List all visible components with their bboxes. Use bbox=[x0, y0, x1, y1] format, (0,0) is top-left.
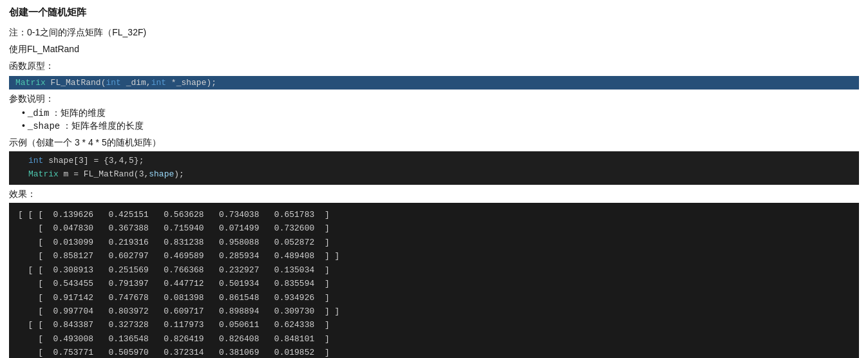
params-section: 参数说明： _dim ：矩阵的维度 _shape ：矩阵各维度的长度 bbox=[9, 93, 859, 132]
note-line-1: 注：0-1之间的浮点矩阵（FL_32F) bbox=[9, 25, 859, 41]
result-label: 效果： bbox=[9, 189, 859, 200]
code-rest2b: ); bbox=[174, 169, 184, 179]
code-rest1: shape[3] = {3,4,5}; bbox=[43, 156, 144, 165]
note-line-2: 使用FL_MatRand bbox=[9, 42, 859, 57]
page-container: 创建一个随机矩阵 注：0-1之间的浮点矩阵（FL_32F) 使用FL_MatRa… bbox=[0, 0, 868, 358]
matrix-kw: Matrix bbox=[28, 169, 59, 179]
note-line-3: 函数原型： bbox=[9, 59, 859, 74]
result-row-4: [ [ 0.308913 0.251569 0.766368 0.232927 … bbox=[18, 263, 850, 277]
param-list: _dim ：矩阵的维度 _shape ：矩阵各维度的长度 bbox=[9, 108, 859, 132]
function-signature: Matrix FL_MatRand(int _dim,int *_shape); bbox=[9, 76, 859, 90]
result-row-2: [ 0.013099 0.219316 0.831238 0.958088 0.… bbox=[18, 236, 850, 249]
params-title: 参数说明： bbox=[9, 93, 859, 105]
result-row-8: [ [ 0.843387 0.327328 0.117973 0.050611 … bbox=[18, 318, 850, 332]
example-header: 示例（创建一个 3 * 4 * 5的随机矩阵） bbox=[9, 137, 859, 149]
int-kw1: int bbox=[28, 156, 43, 165]
param-shape-name: _shape bbox=[28, 121, 60, 131]
result-row-3: [ 0.858127 0.602797 0.469589 0.285934 0.… bbox=[18, 249, 850, 263]
code-line-1: int shape[3] = {3,4,5}; bbox=[28, 155, 840, 168]
notes-section: 注：0-1之间的浮点矩阵（FL_32F) 使用FL_MatRand 函数原型： bbox=[9, 25, 859, 73]
sig-shape: *_shape); bbox=[166, 78, 216, 88]
param-dim-desc: ：矩阵的维度 bbox=[52, 108, 106, 118]
param-dim: _dim ：矩阵的维度 bbox=[22, 108, 859, 119]
code-example: int shape[3] = {3,4,5}; Matrix m = FL_Ma… bbox=[9, 151, 859, 185]
param-dim-name: _dim bbox=[28, 108, 50, 118]
code-rest2a: m = FL_MatRand(3, bbox=[59, 169, 149, 179]
shape-param: shape bbox=[149, 169, 174, 179]
result-block: [ [ [ 0.139626 0.425151 0.563628 0.73403… bbox=[9, 203, 859, 358]
sig-space: FL_MatRand( bbox=[46, 78, 106, 88]
page-title: 创建一个随机矩阵 bbox=[9, 6, 859, 19]
code-line-2: Matrix m = FL_MatRand(3,shape); bbox=[28, 168, 840, 182]
result-row-6: [ 0.917142 0.747678 0.081398 0.861548 0.… bbox=[18, 291, 850, 305]
param-shape-desc: ：矩阵各维度的长度 bbox=[62, 120, 144, 131]
sig-int1: int bbox=[106, 78, 120, 88]
param-shape: _shape ：矩阵各维度的长度 bbox=[22, 120, 859, 132]
result-row-1: [ 0.047830 0.367388 0.715940 0.071499 0.… bbox=[18, 221, 850, 235]
result-row-5: [ 0.543455 0.791397 0.447712 0.501934 0.… bbox=[18, 277, 850, 290]
sig-int2: int bbox=[151, 78, 166, 88]
result-row-0: [ [ [ 0.139626 0.425151 0.563628 0.73403… bbox=[18, 208, 850, 221]
result-row-7: [ 0.997704 0.803972 0.609717 0.898894 0.… bbox=[18, 305, 850, 318]
result-row-9: [ 0.493008 0.136548 0.826419 0.826408 0.… bbox=[18, 332, 850, 346]
sig-matrix: Matrix bbox=[15, 78, 46, 88]
sig-dim: _dim, bbox=[121, 78, 151, 88]
result-row-10: [ 0.753771 0.505970 0.372314 0.381069 0.… bbox=[18, 346, 850, 358]
